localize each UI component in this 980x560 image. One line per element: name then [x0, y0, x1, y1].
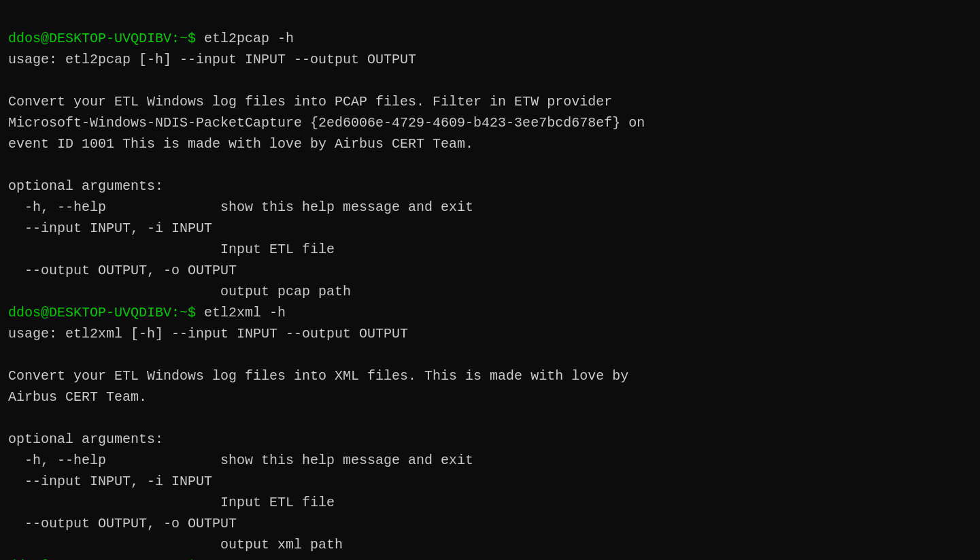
terminal-line: ddos@DESKTOP-UVQDIBV:~$ etl2pcap -h: [8, 28, 972, 49]
terminal-prompt: ddos@DESKTOP-UVQDIBV:~$: [8, 305, 204, 320]
terminal-text: Microsoft-Windows-NDIS-PacketCapture {2e…: [8, 115, 645, 131]
terminal-line: Convert your ETL Windows log files into …: [8, 365, 972, 386]
terminal-line: --input INPUT, -i INPUT: [8, 218, 972, 239]
terminal-command: etl2pcap -h: [204, 31, 294, 46]
terminal-line: --output OUTPUT, -o OUTPUT: [8, 260, 972, 281]
terminal-text: Input ETL file: [8, 495, 335, 510]
terminal-line: output xml path: [8, 534, 972, 555]
terminal-text: optional arguments:: [8, 431, 163, 447]
terminal-line: -h, --help show this help message and ex…: [8, 450, 972, 471]
terminal-text: Convert your ETL Windows log files into …: [8, 368, 628, 384]
terminal-prompt: ddos@DESKTOP-UVQDIBV:~$: [8, 31, 204, 46]
terminal-line: ddos@DESKTOP-UVQDIBV:~$ etl2xml -h: [8, 302, 972, 323]
empty-line: [8, 70, 972, 91]
terminal-text: event ID 1001 This is made with love by …: [8, 136, 473, 152]
terminal-window[interactable]: ddos@DESKTOP-UVQDIBV:~$ etl2pcap -h usag…: [0, 0, 980, 560]
terminal-command: etl2xml -h: [204, 305, 286, 320]
terminal-line: Input ETL file: [8, 492, 972, 513]
terminal-text: Convert your ETL Windows log files into …: [8, 94, 612, 110]
empty-line: [8, 408, 972, 429]
terminal-text: Input ETL file: [8, 242, 335, 257]
terminal-text: output xml path: [8, 537, 343, 553]
terminal-line: -h, --help show this help message and ex…: [8, 197, 972, 218]
terminal-text: --input INPUT, -i INPUT: [8, 474, 212, 489]
terminal-text: usage: etl2xml [-h] --input INPUT --outp…: [8, 326, 408, 342]
terminal-line: ddos@DESKTOP-UVQDIBV:~$: [8, 555, 972, 560]
terminal-line: --input INPUT, -i INPUT: [8, 471, 972, 492]
terminal-line: optional arguments:: [8, 429, 972, 450]
terminal-text: optional arguments:: [8, 178, 163, 194]
terminal-line: optional arguments:: [8, 176, 972, 197]
terminal-text: --output OUTPUT, -o OUTPUT: [8, 263, 237, 278]
terminal-line: Convert your ETL Windows log files into …: [8, 91, 972, 112]
terminal-text: --output OUTPUT, -o OUTPUT: [8, 516, 237, 531]
terminal-line: --output OUTPUT, -o OUTPUT: [8, 513, 972, 534]
empty-line: [8, 154, 972, 176]
empty-line: [8, 344, 972, 365]
terminal-text: usage: etl2pcap [-h] --input INPUT --out…: [8, 52, 416, 67]
terminal-line: event ID 1001 This is made with love by …: [8, 133, 972, 154]
terminal-line: Input ETL file: [8, 239, 972, 260]
terminal-line: Airbus CERT Team.: [8, 386, 972, 408]
terminal-line: Microsoft-Windows-NDIS-PacketCapture {2e…: [8, 112, 972, 133]
terminal-text: -h, --help show this help message and ex…: [8, 452, 473, 468]
terminal-line: usage: etl2xml [-h] --input INPUT --outp…: [8, 323, 972, 344]
terminal-line: output pcap path: [8, 281, 972, 302]
terminal-line: usage: etl2pcap [-h] --input INPUT --out…: [8, 49, 972, 70]
terminal-text: Airbus CERT Team.: [8, 389, 147, 405]
terminal-text: -h, --help show this help message and ex…: [8, 199, 473, 215]
terminal-text: output pcap path: [8, 284, 351, 299]
terminal-text: --input INPUT, -i INPUT: [8, 220, 212, 236]
